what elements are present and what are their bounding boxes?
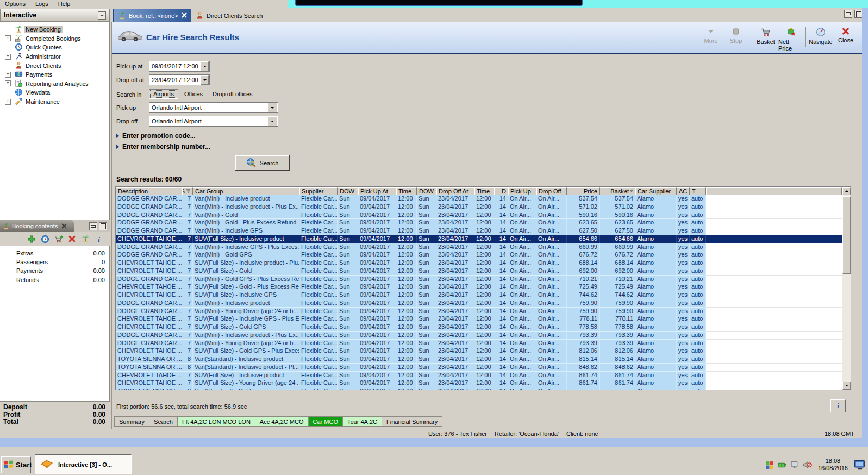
workspace-tab-flt-4a-2c-lon-mco-lon[interactable]: Flt 4A,2C LON MCO LON [178,416,255,427]
table-row[interactable]: CHEVROLET TAHOE ...7SUV(Full Size) - Gol… [116,323,842,332]
filter-icon[interactable] [186,188,191,195]
table-row[interactable]: DODGE GRAND CAR...7Van(Mini) - Young Dri… [116,308,842,316]
column-header-time1[interactable]: Time [396,187,417,195]
pick-up-at-field[interactable] [149,61,210,72]
menu-item-logs[interactable]: Logs [30,0,53,8]
maximize-icon[interactable] [99,222,107,230]
sidebar-item-maintenance[interactable]: +Maintenance [0,97,109,107]
sidebar-item-direct-clients[interactable]: Direct Clients [0,61,109,70]
display-icon[interactable] [790,460,800,470]
tab-direct-clients-search[interactable]: Direct Clients Search [191,9,267,22]
search-in-option-airports[interactable]: Airports [149,89,178,99]
volume-muted-icon[interactable] [803,460,812,470]
nett-price-button[interactable]: Nett Price [778,26,803,52]
delete-icon[interactable] [68,235,77,244]
expand-icon[interactable]: + [5,35,11,41]
column-header-description[interactable]: Description [116,187,182,195]
expand-icon[interactable]: + [5,99,11,105]
scrollbar-thumb[interactable] [842,196,851,274]
column-header-ac[interactable]: AC [677,187,690,195]
table-row[interactable]: DODGE GRAND CAR...7Van(Mini) - Gold - Pl… [116,219,842,227]
search-in-option-drop-off-offices[interactable]: Drop off offices [209,90,257,98]
scroll-up-icon[interactable] [842,187,851,195]
column-header-price[interactable]: Price [567,187,600,195]
table-row[interactable]: TOYOTA SIENNA OR ...8Van(Standard) - Inc… [116,355,842,364]
search-button[interactable]: Search [235,155,289,170]
drop-off-combo[interactable]: Orlando Intl Airport [149,116,278,127]
table-row[interactable]: DODGE GRAND CAR...7Van(Mini) - Inclusive… [116,332,842,340]
add-icon[interactable] [27,235,36,244]
table-row[interactable]: CHEVROLET TAHOE ...7SUV(Full Size) - Gol… [116,347,842,355]
close-icon[interactable] [181,12,188,19]
table-row[interactable]: CHEVROLET TAHOE ...7SUV(Full Size) - Inc… [116,259,842,267]
workspace-tab-search[interactable]: Search [149,416,178,427]
menu-item-help[interactable]: Help [53,0,76,8]
table-row[interactable]: DODGE GRAND CAR...7Van(Mini) - Inclusive… [116,203,842,211]
sidebar-item-administrator[interactable]: +Administrator [0,52,109,61]
promotion-code-expander[interactable]: Enter promotion code... [116,132,196,140]
table-row[interactable]: DODGE GRAND CAR...7Van(Mini) - Inclusive… [116,227,842,235]
close-button[interactable]: Close [833,26,858,43]
sidebar-item-payments[interactable]: +$Payments [0,70,109,79]
network-card-icon[interactable]: f [778,460,787,470]
minimize-icon[interactable] [89,222,97,230]
basket-button[interactable]: Basket [753,26,778,45]
membership-number-expander[interactable]: Enter membership number... [116,143,210,151]
column-header-drop_off[interactable]: Drop Off [536,187,567,195]
column-header-supplier[interactable]: Supplier [299,187,338,195]
column-header-car_group[interactable]: Car Group [193,187,299,195]
column-header-drop_off_at[interactable]: Drop Off At [436,187,474,195]
show-desktop-icon[interactable] [854,460,866,470]
drop-off-at-field[interactable] [149,74,210,85]
expand-icon[interactable]: + [5,72,11,78]
table-row[interactable]: DODGE GRAND CAR...7Van(Mini) - Inclusive… [116,195,842,203]
sidebar-item-completed-bookings[interactable]: +Completed Bookings [0,34,109,43]
chevron-down-icon[interactable] [201,61,209,71]
table-row[interactable]: TOYOTA SIENNA OR ...8Van(Standard) - Gol… [116,388,842,390]
column-header-car_supplier[interactable]: Car Supplier [635,187,677,195]
window-restore-icon[interactable] [854,10,863,18]
workspace-tab-summary[interactable]: Summary [114,416,149,427]
updates-icon[interactable] [765,460,775,470]
table-row[interactable]: DODGE GRAND CAR...7Van(Mini) - Inclusive… [116,299,842,308]
table-row[interactable]: CHEVROLET TAHOE ...7SUV(Full Size) - You… [116,379,842,388]
table-row[interactable]: DODGE GRAND CAR...7Van(Mini) - GoldFlexi… [116,211,842,220]
drop-off-at-input[interactable] [149,76,201,84]
booking-contents-tab[interactable]: Booking contents [0,220,74,232]
window-minimize-icon[interactable] [844,10,852,18]
sidebar-item-quick-quotes[interactable]: Quick Quotes [0,43,109,52]
collapse-icon[interactable]: – [98,11,106,20]
column-header-basket[interactable]: Basket [600,187,635,195]
workspace-tab-acc-4a-2c-mco[interactable]: Acc 4A,2C MCO [255,416,309,427]
column-header-time2[interactable]: Time [474,187,494,195]
table-row[interactable]: TOYOTA SIENNA OR ...8Van(Standard) - Inc… [116,364,842,372]
list-item[interactable]: Payments0.00 [0,266,109,275]
tab-book-ref-none[interactable]: Book. ref.: <none> [113,9,193,22]
table-row[interactable]: DODGE GRAND CAR...7Van(Mini) - Young Dri… [116,340,842,348]
pick-up-at-input[interactable] [149,62,201,70]
sidebar-item-new-booking[interactable]: New Booking [0,25,109,34]
workspace-tab-car-mco[interactable]: Car MCO [309,416,343,427]
taskbar-task-button[interactable]: Interactive [3] - O... [35,454,132,474]
list-item[interactable]: Refunds0.00 [0,276,109,284]
info-icon[interactable]: i [95,235,104,244]
column-header-s[interactable]: S [182,187,193,195]
start-button[interactable]: Start [1,456,31,473]
cart-add-icon[interactable] [54,235,64,244]
table-row[interactable]: DODGE GRAND CAR...7Van(Mini) - Gold GPS … [116,276,842,284]
search-in-option-offices[interactable]: Offices [180,90,207,98]
chevron-down-icon[interactable] [201,75,209,85]
table-row[interactable]: DODGE GRAND CAR...7Van(Mini) - Inclusive… [116,243,842,252]
expand-icon[interactable]: + [5,80,11,86]
expand-icon[interactable]: + [5,54,11,60]
chevron-down-icon[interactable] [267,103,277,112]
table-row[interactable]: CHEVROLET TAHOE ...7SUV(Full Size) - Gol… [116,283,842,291]
pick-up-combo[interactable]: Orlando Intl Airport [149,102,278,113]
table-row[interactable]: CHEVROLET TAHOE ...7SUV(Full Size) - Inc… [116,235,842,243]
navigate-button[interactable]: Navigate [808,26,833,45]
workspace-tab-financial-summary[interactable]: Financial Summary [382,416,442,427]
vertical-scrollbar[interactable] [842,187,851,390]
table-row[interactable]: CHEVROLET TAHOE ...7SUV(Full Size) - Gol… [116,267,842,276]
column-header-d[interactable]: D [494,187,508,195]
column-header-t[interactable]: T [690,187,706,195]
